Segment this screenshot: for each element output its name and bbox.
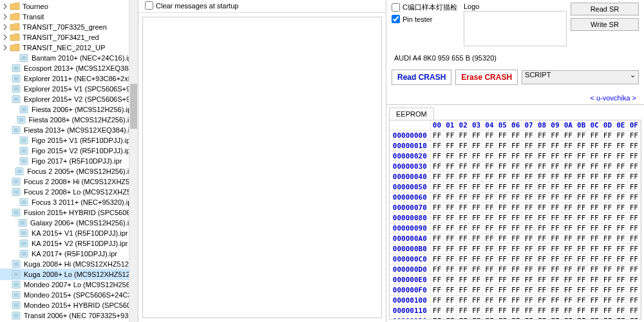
hex-cell[interactable]: FF [588,275,601,285]
hex-cell[interactable]: FF [562,151,575,161]
hex-cell[interactable]: FF [470,306,483,316]
hex-cell[interactable]: FF [536,162,549,171]
hex-cell[interactable]: FF [575,131,588,140]
hex-cell[interactable]: FF [522,223,535,233]
hex-cell[interactable]: FF [509,131,522,140]
hex-row[interactable]: 00000050FFFFFFFFFFFFFFFFFFFFFFFFFFFFFFFF [390,182,641,193]
hex-cell[interactable]: FF [470,254,483,264]
hex-cell[interactable]: FF [588,151,601,161]
tree-file[interactable]: Explorer 2011+ (NEC+93C86+2xLCD).ipr [0,73,138,84]
hex-cell[interactable]: FF [431,151,444,161]
hex-row[interactable]: 000000C0FFFFFFFFFFFFFFFFFFFFFFFFFFFFFFFF [390,254,641,265]
hex-cell[interactable]: FF [444,223,457,233]
hex-cell[interactable]: FF [444,244,457,254]
hex-cell[interactable]: FF [628,285,641,295]
hex-cell[interactable]: FF [614,275,627,285]
hex-cell[interactable]: FF [562,234,575,243]
hex-row[interactable]: 00000110FFFFFFFFFFFFFFFFFFFFFFFFFFFFFFFF [390,306,641,316]
hex-cell[interactable]: FF [497,275,509,285]
hex-cell[interactable]: FF [457,285,469,295]
hex-cell[interactable]: FF [470,275,483,285]
hex-cell[interactable]: FF [562,193,575,202]
hex-cell[interactable]: FF [522,162,535,171]
hex-cell[interactable]: FF [536,285,549,295]
hex-cell[interactable]: FF [497,254,509,264]
hex-cell[interactable]: FF [614,182,627,192]
hex-cell[interactable]: FF [444,265,457,274]
hex-cell[interactable]: FF [575,213,588,223]
hex-cell[interactable]: FF [549,306,562,316]
hex-cell[interactable]: FF [497,306,509,316]
hex-cell[interactable]: FF [509,151,522,161]
hex-cell[interactable]: FF [536,223,549,233]
hex-cell[interactable]: FF [431,131,444,140]
hex-cell[interactable]: FF [601,223,614,233]
hex-cell[interactable]: FF [497,296,509,305]
hex-cell[interactable]: FF [457,203,469,213]
hex-cell[interactable]: FF [470,296,483,305]
hex-cell[interactable]: FF [431,306,444,316]
pin-tester-checkbox[interactable]: Pin tester [392,15,460,23]
hex-cell[interactable]: FF [628,193,641,202]
hex-cell[interactable]: FF [601,151,614,161]
write-sr-button[interactable]: Write SR [571,18,639,31]
hex-cell[interactable]: FF [601,254,614,264]
read-crash-button[interactable]: Read CRASH [392,70,451,85]
hex-cell[interactable]: FF [470,151,483,161]
hex-cell[interactable]: FF [536,172,549,182]
hex-cell[interactable]: FF [431,213,444,223]
hex-cell[interactable]: FF [522,151,535,161]
hex-cell[interactable]: FF [614,296,627,305]
tree-file[interactable]: Focus 2 2005+ (MC9S12H256).ipr [0,166,138,176]
hex-cell[interactable]: FF [536,275,549,285]
hex-cell[interactable]: FF [497,141,509,151]
chevron-right-icon[interactable] [1,3,9,10]
hex-cell[interactable]: FF [575,254,588,264]
hex-cell[interactable]: FF [601,203,614,213]
hex-cell[interactable]: FF [628,265,641,274]
hex-cell[interactable]: FF [483,162,496,171]
hex-cell[interactable]: FF [549,244,562,254]
hex-cell[interactable]: FF [549,234,562,243]
hex-cell[interactable]: FF [522,193,535,202]
tree-file[interactable]: Explorer 2015+ V1 (SPC5606S+93C86+... [0,84,138,94]
hex-cell[interactable]: FF [562,316,575,319]
hex-cell[interactable]: FF [522,285,535,295]
hex-cell[interactable]: FF [562,182,575,192]
hex-cell[interactable]: FF [470,193,483,202]
hex-cell[interactable]: FF [628,151,641,161]
hex-row[interactable]: 00000120FFFFFFFFFFFFFFFFFFFFFFFFFFFFFFFF [390,316,641,319]
hex-cell[interactable]: FF [588,234,601,243]
hex-cell[interactable]: FF [509,141,522,151]
hex-cell[interactable]: FF [483,182,496,192]
tab-eeprom[interactable]: EEPROM [389,108,434,120]
hex-row[interactable]: 00000020FFFFFFFFFFFFFFFFFFFFFFFFFFFFFFFF [390,151,641,162]
hex-cell[interactable]: FF [483,141,496,151]
tree-folder[interactable]: TRANSIT_NEC_2012_UP [0,43,138,53]
hex-cell[interactable]: FF [483,306,496,316]
hex-cell[interactable]: FF [601,131,614,140]
hex-cell[interactable]: FF [483,316,496,319]
hex-cell[interactable]: FF [509,296,522,305]
hex-cell[interactable]: FF [509,234,522,243]
hex-cell[interactable]: FF [588,296,601,305]
hex-cell[interactable]: FF [536,213,549,223]
hex-cell[interactable]: FF [470,131,483,140]
hex-cell[interactable]: FF [562,265,575,274]
tree-file[interactable]: KA 2015+ V1 (R5F10DPJJ).ipr [0,228,138,238]
tree-file[interactable]: Mondeo 2007+ Lo (MC9S12H256).ipr [0,279,138,290]
hex-cell[interactable]: FF [575,285,588,295]
author-link[interactable]: < u-vovchika > [386,88,644,104]
hex-cell[interactable]: FF [509,285,522,295]
hex-cell[interactable]: FF [444,275,457,285]
hex-cell[interactable]: FF [628,203,641,213]
hex-cell[interactable]: FF [601,285,614,295]
chevron-right-icon[interactable] [1,33,9,41]
hex-cell[interactable]: FF [497,131,509,140]
hex-cell[interactable]: FF [509,182,522,192]
tree-file[interactable]: Figo 2017+ (R5F10DPJJ).ipr [0,156,138,166]
hex-cell[interactable]: FF [614,285,627,295]
hex-cell[interactable]: FF [444,296,457,305]
hex-cell[interactable]: FF [444,162,457,171]
hex-cell[interactable]: FF [470,172,483,182]
